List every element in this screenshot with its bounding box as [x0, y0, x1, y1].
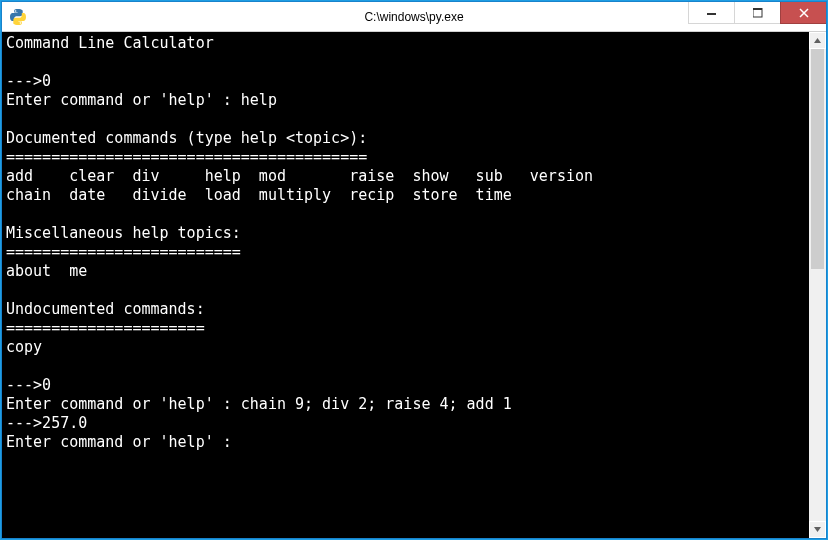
svg-rect-0 — [707, 13, 716, 15]
maximize-button[interactable] — [734, 2, 780, 24]
window-title: C:\windows\py.exe — [364, 10, 463, 24]
titlebar[interactable]: C:\windows\py.exe — [2, 2, 826, 32]
app-window: C:\windows\py.exe Command Line Calculato… — [1, 1, 827, 539]
scroll-up-button[interactable] — [809, 32, 826, 49]
scroll-down-button[interactable] — [809, 521, 826, 538]
scrollbar-thumb[interactable] — [811, 49, 824, 269]
close-button[interactable] — [780, 2, 826, 24]
vertical-scrollbar[interactable] — [809, 32, 826, 538]
window-controls — [688, 2, 826, 24]
terminal-output[interactable]: Command Line Calculator --->0 Enter comm… — [2, 32, 809, 538]
scrollbar-track[interactable] — [809, 49, 826, 521]
minimize-button[interactable] — [688, 2, 734, 24]
python-icon — [10, 9, 26, 25]
svg-rect-2 — [753, 8, 762, 10]
content-area: Command Line Calculator --->0 Enter comm… — [2, 32, 826, 538]
